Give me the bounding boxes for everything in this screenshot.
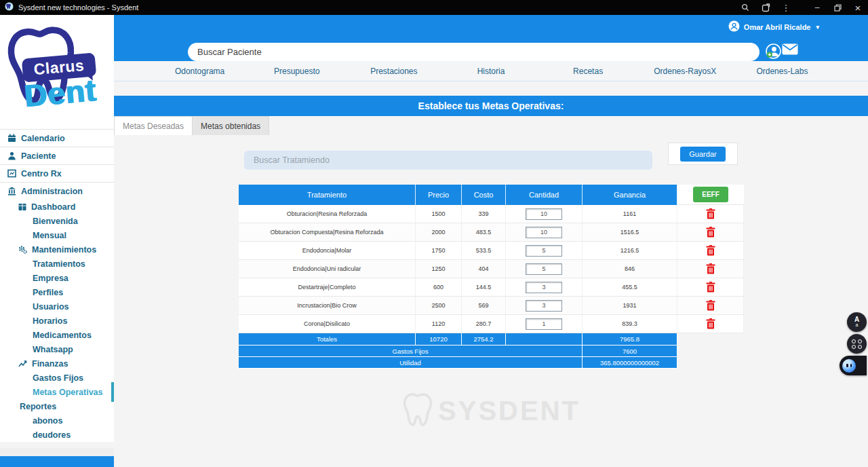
col-header-precio: Precio: [416, 185, 462, 205]
nav-odontograma[interactable]: Odontograma: [151, 61, 248, 81]
sidebar-item-whatsapp[interactable]: Whatsapp: [0, 342, 114, 356]
treatment-search-input[interactable]: [244, 151, 652, 170]
assistant-icon[interactable]: [840, 356, 867, 375]
cantidad-input[interactable]: [526, 208, 562, 220]
sidebar-item-mensual[interactable]: Mensual: [0, 228, 114, 242]
col-header-ganancia: Ganancia: [583, 185, 677, 205]
utilidad-label: Utilidad: [239, 357, 583, 369]
app-header: Omar Abril Ricalde ▾: [114, 15, 868, 61]
cantidad-input[interactable]: [526, 282, 562, 293]
trash-icon[interactable]: [706, 318, 715, 329]
trash-icon[interactable]: [706, 263, 715, 274]
totals-row: Totales 10720 2754.2 7965.8: [239, 333, 744, 345]
cell-costo: 569: [462, 297, 506, 314]
sidebar-item-label: Empresa: [33, 274, 68, 283]
table-row: Corona|Disilicato 1120 280.7 839.3: [239, 315, 744, 333]
sidebar-item-label: Finanzas: [32, 359, 68, 369]
nav-prestaciones[interactable]: Prestaciones: [345, 61, 442, 81]
sidebar-item-mantenimientos[interactable]: Mantenimientos: [0, 242, 114, 257]
col-header-costo: Costo: [462, 185, 506, 205]
cell-precio: 1250: [416, 260, 462, 278]
browser-menu-icon[interactable]: ⋮: [776, 0, 796, 15]
cell-tratamiento: Incrustacion|Bio Crow: [239, 297, 416, 314]
sidebar-item-label: Calendario: [21, 134, 65, 143]
nav-ordenes-labs[interactable]: Ordenes-Labs: [734, 61, 831, 81]
cell-ganancia: 1216.5: [583, 242, 677, 259]
sidebar-item-label: Metas Operativas: [33, 388, 103, 397]
sidebar-item-medicamentos[interactable]: Medicamentos: [0, 328, 114, 342]
logo-text-dent: Dent: [22, 71, 98, 114]
nav-ordenes-rayosx[interactable]: Ordenes-RayosX: [637, 61, 734, 81]
nav-presupuesto[interactable]: Presupuesto: [248, 61, 345, 81]
sidebar-item-administracion[interactable]: Administracion: [0, 182, 114, 200]
trash-icon[interactable]: [706, 227, 715, 238]
window-titlebar: Sysdent new technologies - Sysdent ⋮ – ×: [0, 0, 868, 15]
sidebar-item-reportes[interactable]: Reportes: [0, 399, 114, 413]
sidebar-item-dashboard[interactable]: Dashboard: [0, 200, 114, 214]
restore-button[interactable]: [827, 0, 848, 15]
sidebar-item-abonos[interactable]: abonos: [0, 413, 114, 428]
sidebar-item-label: Perfiles: [33, 288, 63, 297]
sidebar-item-perfiles[interactable]: Perfiles: [0, 285, 114, 299]
utilidad-row: Utilidad 365.8000000000002: [239, 357, 744, 369]
sidebar-item-empresa[interactable]: Empresa: [0, 271, 114, 285]
sidebar-item-finanzas[interactable]: Finanzas: [0, 356, 114, 371]
nav-recetas[interactable]: Recetas: [540, 61, 637, 81]
trash-icon[interactable]: [706, 245, 715, 256]
cell-ganancia: 1516.5: [583, 223, 677, 241]
table-row: Obturacion Compuesta|Resina Reforzada 20…: [239, 223, 744, 242]
trash-icon[interactable]: [706, 282, 715, 293]
sidebar-item-metas-operativas[interactable]: Metas Operativas: [0, 385, 114, 399]
cantidad-input[interactable]: [526, 263, 562, 275]
calendar-icon: [7, 134, 16, 143]
tab-metas-obtenidas[interactable]: Metas obtenidas: [193, 116, 269, 135]
cantidad-input[interactable]: [526, 245, 562, 257]
mail-icon[interactable]: [782, 43, 798, 58]
eeff-button[interactable]: EEFF: [693, 187, 728, 202]
window-title: Sysdent new technologies - Sysdent: [18, 3, 138, 12]
sidebar-item-usuarios[interactable]: Usuarios: [0, 299, 114, 314]
save-button[interactable]: Guardar: [680, 147, 725, 162]
table-row: Endodoncia|Uni radicular 1250 404 846: [239, 260, 744, 278]
dashboard-grid-icon: [18, 203, 26, 211]
building-icon: [7, 187, 16, 195]
sidebar-item-deudores[interactable]: deudores: [0, 428, 114, 442]
cantidad-input[interactable]: [526, 227, 562, 238]
cell-costo: 404: [462, 260, 506, 278]
nav-historia[interactable]: Historia: [442, 61, 539, 81]
sidebar-footer-gap: [0, 448, 114, 456]
sidebar-item-bienvenida[interactable]: Bienvenida: [0, 214, 114, 228]
patient-search-input[interactable]: [188, 43, 760, 61]
cantidad-input[interactable]: [526, 300, 562, 312]
trash-icon[interactable]: [706, 208, 715, 219]
extensions-icon[interactable]: [755, 0, 776, 15]
apps-grid-icon[interactable]: [847, 334, 867, 354]
sidebar-item-centro-rx[interactable]: Centro Rx: [0, 164, 114, 182]
totals-ganancia: 7965.8: [583, 333, 677, 345]
sidebar-item-label: Dashboard: [31, 202, 75, 212]
cantidad-input[interactable]: [526, 318, 562, 330]
cell-precio: 2500: [416, 297, 462, 314]
sidebar-item-calendario[interactable]: Calendario: [0, 129, 114, 147]
sidebar-item-label: Horarios: [33, 316, 67, 326]
sidebar-item-label: Centro Rx: [21, 169, 62, 179]
sidebar-item-label: Usuarios: [33, 302, 69, 312]
gastos-fijos-label: Gastos Fijos: [239, 345, 583, 357]
add-patient-icon[interactable]: [766, 43, 781, 62]
translate-icon[interactable]: Aa: [847, 312, 867, 332]
trash-icon[interactable]: [706, 300, 715, 311]
cell-precio: 600: [416, 278, 462, 296]
close-button[interactable]: ×: [848, 0, 868, 15]
cell-tratamiento: Destartraje|Completo: [239, 278, 416, 296]
user-menu[interactable]: Omar Abril Ricalde ▾: [728, 20, 819, 33]
sidebar-item-horarios[interactable]: Horarios: [0, 314, 114, 328]
minimize-button[interactable]: –: [807, 0, 827, 15]
sidebar-item-tratamientos[interactable]: Tratamientos: [0, 257, 114, 271]
sidebar-item-gastos-fijos[interactable]: Gastos Fijos: [0, 371, 114, 385]
sidebar-item-paciente[interactable]: Paciente: [0, 147, 114, 164]
cell-tratamiento: Obturacion Compuesta|Resina Reforzada: [239, 223, 416, 241]
tab-metas-deseadas[interactable]: Metas Deseadas: [114, 116, 193, 135]
totals-costo: 2754.2: [462, 333, 506, 345]
cell-ganancia: 1931: [583, 297, 677, 314]
zoom-search-icon[interactable]: [735, 0, 755, 15]
